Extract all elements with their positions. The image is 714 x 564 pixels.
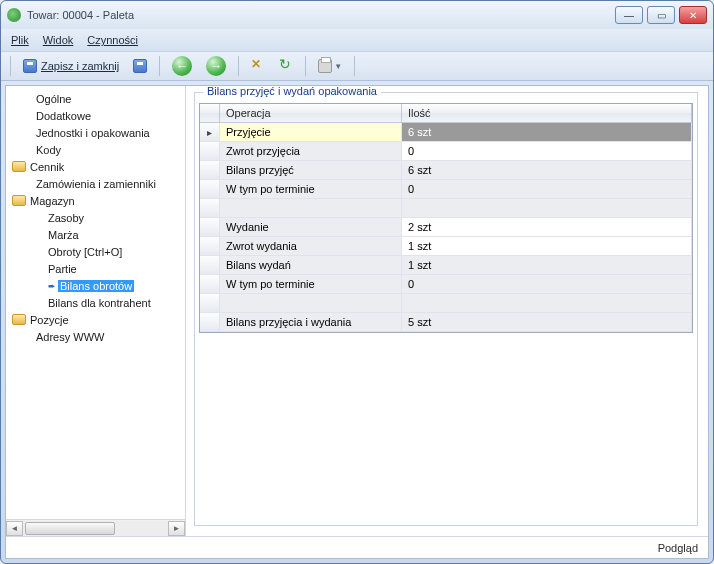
tree-folder[interactable]: Cennik: [6, 158, 185, 175]
grid-row[interactable]: ▸Przyjęcie6 szt: [200, 123, 692, 142]
menu-file[interactable]: Plik: [11, 34, 29, 46]
minimize-button[interactable]: —: [615, 6, 643, 24]
arrow-left-icon: ←: [172, 56, 192, 76]
row-marker: [200, 294, 220, 312]
refresh-button[interactable]: [274, 55, 298, 77]
tools-icon: [251, 59, 265, 73]
tree-item[interactable]: Marża: [6, 226, 185, 243]
window-title: Towar: 00004 - Paleta: [27, 9, 615, 21]
grid-row[interactable]: Zwrot wydania1 szt: [200, 237, 692, 256]
titlebar[interactable]: Towar: 00004 - Paleta — ▭ ✕: [1, 1, 713, 29]
toolbar: Zapisz i zamknij ← → ▼: [1, 51, 713, 81]
cell-quantity: 5 szt: [402, 313, 692, 331]
grid-row[interactable]: Bilans przyjęć6 szt: [200, 161, 692, 180]
cell-operation: Bilans przyjęć: [220, 161, 402, 179]
cell-operation: W tym po terminie: [220, 180, 402, 198]
grid-row[interactable]: [200, 294, 692, 313]
tree-item[interactable]: Zasoby: [6, 209, 185, 226]
main-panel: Bilans przyjęć i wydań opakowania Operac…: [186, 86, 708, 536]
tree-folder[interactable]: Pozycje: [6, 311, 185, 328]
folder-icon: [12, 314, 26, 325]
grid-row[interactable]: Bilans przyjęcia i wydania5 szt: [200, 313, 692, 332]
grid-row[interactable]: Bilans wydań1 szt: [200, 256, 692, 275]
tree-hscrollbar[interactable]: ◄ ►: [6, 519, 185, 536]
tree-item[interactable]: ➨Bilans obrotów: [6, 277, 185, 294]
tree-item-label: Dodatkowe: [36, 110, 91, 122]
tree-item[interactable]: Zamówienia i zamienniki: [6, 175, 185, 192]
cell-operation: Wydanie: [220, 218, 402, 236]
tree-item-label: Ogólne: [36, 93, 71, 105]
tree-item-label: Bilans obrotów: [58, 280, 134, 292]
row-marker: [200, 237, 220, 255]
cell-quantity: 0: [402, 275, 692, 293]
row-marker: [200, 313, 220, 331]
print-button[interactable]: ▼: [313, 55, 347, 77]
cell-operation: Zwrot wydania: [220, 237, 402, 255]
nav-tree-panel: OgólneDodatkoweJednostki i opakowaniaKod…: [6, 86, 186, 536]
cell-operation: Bilans wydań: [220, 256, 402, 274]
scroll-left-button[interactable]: ◄: [6, 521, 23, 536]
tools-button[interactable]: [246, 55, 270, 77]
tree-item[interactable]: Partie: [6, 260, 185, 277]
row-marker: [200, 142, 220, 160]
disk-icon: [23, 59, 37, 73]
scroll-track[interactable]: [23, 521, 168, 536]
row-marker: [200, 180, 220, 198]
balance-groupbox: Bilans przyjęć i wydań opakowania Operac…: [194, 92, 698, 526]
tree-item-label: Marża: [48, 229, 79, 241]
cell-operation: W tym po terminie: [220, 275, 402, 293]
disk-icon: [133, 59, 147, 73]
close-button[interactable]: ✕: [679, 6, 707, 24]
cell-quantity: 0: [402, 142, 692, 160]
maximize-button[interactable]: ▭: [647, 6, 675, 24]
grid-header: Operacja Ilość: [200, 104, 692, 123]
tree-folder[interactable]: Magazyn: [6, 192, 185, 209]
grid-row[interactable]: [200, 199, 692, 218]
nav-tree[interactable]: OgólneDodatkoweJednostki i opakowaniaKod…: [6, 86, 185, 519]
tree-item[interactable]: Obroty [Ctrl+O]: [6, 243, 185, 260]
cell-quantity: 6 szt: [402, 161, 692, 179]
cell-operation: [220, 294, 402, 312]
save-close-button[interactable]: Zapisz i zamknij: [18, 55, 124, 77]
cell-quantity: [402, 199, 692, 217]
app-icon: [7, 8, 21, 22]
tree-item[interactable]: Dodatkowe: [6, 107, 185, 124]
menu-actions[interactable]: Czynności: [87, 34, 138, 46]
grid-header-quantity[interactable]: Ilość: [402, 104, 692, 122]
print-icon: [318, 59, 332, 73]
chevron-down-icon: ▼: [334, 62, 342, 71]
row-marker: [200, 161, 220, 179]
status-text: Podgląd: [658, 542, 698, 554]
cell-operation: [220, 199, 402, 217]
row-marker: ▸: [200, 123, 220, 141]
groupbox-legend: Bilans przyjęć i wydań opakowania: [203, 86, 381, 97]
grid-header-marker[interactable]: [200, 104, 220, 122]
scroll-right-button[interactable]: ►: [168, 521, 185, 536]
tree-item[interactable]: Ogólne: [6, 90, 185, 107]
grid-row[interactable]: W tym po terminie0: [200, 275, 692, 294]
save-button[interactable]: [128, 55, 152, 77]
arrow-right-icon: →: [206, 56, 226, 76]
nav-forward-button[interactable]: →: [201, 55, 231, 77]
menubar: Plik Widok Czynności: [1, 29, 713, 51]
tree-item-label: Pozycje: [30, 314, 69, 326]
cell-quantity: 0: [402, 180, 692, 198]
grid-row[interactable]: W tym po terminie0: [200, 180, 692, 199]
grid-row[interactable]: Wydanie2 szt: [200, 218, 692, 237]
body: OgólneDodatkoweJednostki i opakowaniaKod…: [5, 85, 709, 559]
refresh-icon: [279, 59, 293, 73]
grid-row[interactable]: Zwrot przyjęcia0: [200, 142, 692, 161]
row-marker: [200, 199, 220, 217]
nav-back-button[interactable]: ←: [167, 55, 197, 77]
scroll-thumb[interactable]: [25, 522, 115, 535]
tree-item[interactable]: Jednostki i opakowania: [6, 124, 185, 141]
tree-item[interactable]: Adresy WWW: [6, 328, 185, 345]
tree-item[interactable]: Kody: [6, 141, 185, 158]
tree-item[interactable]: Bilans dla kontrahent: [6, 294, 185, 311]
tree-item-label: Zamówienia i zamienniki: [36, 178, 156, 190]
balance-grid[interactable]: Operacja Ilość ▸Przyjęcie6 sztZwrot przy…: [199, 103, 693, 333]
grid-header-operation[interactable]: Operacja: [220, 104, 402, 122]
window-controls: — ▭ ✕: [615, 6, 707, 24]
tree-item-label: Jednostki i opakowania: [36, 127, 150, 139]
menu-view[interactable]: Widok: [43, 34, 74, 46]
